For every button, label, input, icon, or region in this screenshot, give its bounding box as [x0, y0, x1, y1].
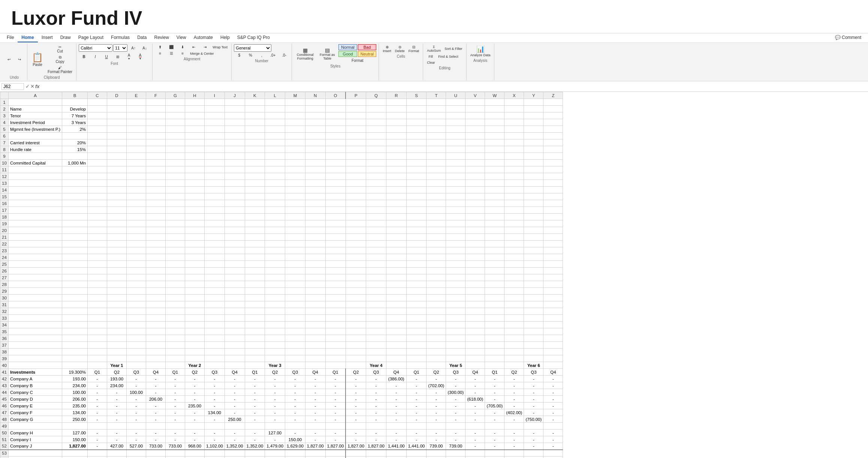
cell[interactable]: [88, 254, 107, 261]
cell[interactable]: [245, 423, 265, 430]
cell[interactable]: [205, 146, 225, 153]
cell[interactable]: Q3: [285, 369, 305, 376]
cell[interactable]: [485, 146, 504, 153]
cell[interactable]: [88, 126, 107, 133]
cell[interactable]: [325, 288, 346, 295]
cell[interactable]: 1,827.00: [325, 443, 346, 450]
cell[interactable]: [166, 193, 185, 200]
cell[interactable]: -: [543, 430, 563, 436]
cell[interactable]: -: [325, 430, 346, 436]
cell[interactable]: [88, 241, 107, 247]
cell[interactable]: [427, 315, 446, 322]
cell[interactable]: [406, 349, 427, 355]
cell[interactable]: [446, 261, 465, 268]
cell[interactable]: [88, 234, 107, 241]
cell[interactable]: [224, 322, 245, 328]
cell[interactable]: [224, 220, 245, 227]
cell[interactable]: [245, 180, 265, 187]
cell[interactable]: [185, 193, 205, 200]
cell[interactable]: [543, 241, 563, 247]
cell[interactable]: -: [427, 430, 446, 436]
cell[interactable]: [205, 335, 225, 342]
cell[interactable]: [305, 207, 325, 214]
cell[interactable]: [166, 261, 185, 268]
cell[interactable]: -: [305, 416, 325, 423]
cell[interactable]: [245, 166, 265, 173]
cell[interactable]: [543, 281, 563, 288]
cell[interactable]: [427, 153, 446, 160]
cell[interactable]: 1,827.00: [305, 443, 325, 450]
cell[interactable]: Q3: [446, 369, 465, 376]
cell[interactable]: -: [543, 396, 563, 403]
cell[interactable]: Company B: [9, 382, 62, 389]
cell[interactable]: [465, 173, 485, 180]
cell[interactable]: [88, 328, 107, 335]
cell[interactable]: [224, 214, 245, 220]
cell[interactable]: [325, 450, 346, 457]
cell[interactable]: [62, 335, 88, 342]
cell[interactable]: -: [325, 396, 346, 403]
col-header-g[interactable]: G: [166, 92, 185, 99]
cell[interactable]: [366, 234, 386, 241]
cell[interactable]: [386, 322, 406, 328]
cell[interactable]: 150.00: [285, 436, 305, 443]
cell[interactable]: -: [386, 403, 406, 409]
cell[interactable]: [265, 247, 285, 254]
cell[interactable]: [325, 166, 346, 173]
cell[interactable]: [146, 207, 166, 214]
cell[interactable]: [285, 220, 305, 227]
cell[interactable]: [107, 281, 127, 288]
cell[interactable]: [205, 247, 225, 254]
cell[interactable]: [427, 322, 446, 328]
cell[interactable]: [127, 166, 146, 173]
cell[interactable]: [9, 234, 62, 241]
cell[interactable]: [205, 227, 225, 234]
cell[interactable]: [62, 328, 88, 335]
cell[interactable]: [88, 281, 107, 288]
cell[interactable]: [366, 227, 386, 234]
cell[interactable]: [543, 193, 563, 200]
cell[interactable]: [346, 106, 366, 112]
cell[interactable]: [185, 119, 205, 126]
cell[interactable]: [224, 342, 245, 349]
cell[interactable]: [346, 146, 366, 153]
cell[interactable]: [285, 187, 305, 193]
cell[interactable]: Q2: [107, 369, 127, 376]
cell[interactable]: [265, 126, 285, 133]
fill-color-button[interactable]: A▼: [124, 52, 134, 61]
cell[interactable]: -: [366, 430, 386, 436]
cell[interactable]: [325, 207, 346, 214]
cell[interactable]: [524, 234, 543, 241]
cell[interactable]: [427, 261, 446, 268]
col-header-r[interactable]: R: [386, 92, 406, 99]
cell[interactable]: [366, 450, 386, 457]
cell[interactable]: [543, 207, 563, 214]
cell[interactable]: [265, 173, 285, 180]
cell[interactable]: [166, 173, 185, 180]
cell[interactable]: [205, 301, 225, 308]
cell[interactable]: [127, 126, 146, 133]
cell[interactable]: [504, 295, 524, 301]
cell[interactable]: [88, 133, 107, 139]
cell[interactable]: [485, 301, 504, 308]
cell[interactable]: [166, 349, 185, 355]
cell[interactable]: [205, 355, 225, 362]
cell[interactable]: 19.300%: [62, 369, 88, 376]
cell[interactable]: -: [245, 403, 265, 409]
cell[interactable]: 127.00: [62, 430, 88, 436]
col-header-x[interactable]: X: [504, 92, 524, 99]
cell[interactable]: Q1: [88, 369, 107, 376]
cell[interactable]: [265, 180, 285, 187]
cell[interactable]: [427, 166, 446, 173]
cell[interactable]: -: [127, 436, 146, 443]
cell[interactable]: [285, 180, 305, 187]
cell[interactable]: [88, 308, 107, 315]
cell[interactable]: -: [325, 409, 346, 416]
cell[interactable]: [285, 153, 305, 160]
cell[interactable]: [205, 241, 225, 247]
cell[interactable]: -: [504, 376, 524, 382]
cell[interactable]: [224, 173, 245, 180]
cell[interactable]: [386, 126, 406, 133]
cell[interactable]: [224, 106, 245, 112]
cell[interactable]: [224, 268, 245, 274]
